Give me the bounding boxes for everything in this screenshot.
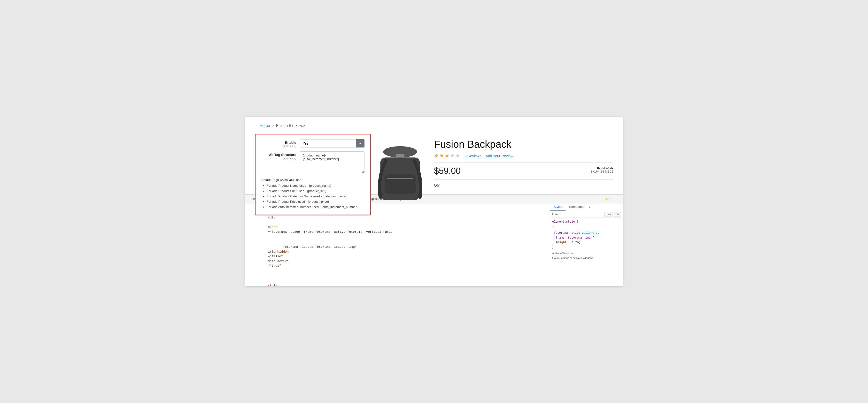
styles-tab-styles[interactable]: Styles — [550, 204, 565, 211]
code-attr: style — [268, 284, 277, 286]
devtools-warning-badge: ⚠ 1 — [603, 197, 613, 201]
windows-activate-text: Activate WindowsGo to Settings to activa… — [552, 252, 594, 259]
product-image — [361, 141, 439, 214]
default-tags-list: For add Product Name used - {product_nam… — [261, 183, 365, 210]
sku-info: SKU#: 24-MB02 — [590, 170, 613, 174]
add-review-link[interactable]: Add Your Review — [486, 154, 513, 158]
code-text: ="false" — [268, 254, 285, 258]
breadcrumb-separator: > — [272, 124, 274, 128]
main-container: Home > Fusion Backpack Enable [store vie… — [245, 117, 623, 286]
code-text: ="true" — [268, 264, 281, 268]
style-brace-open-2: { — [592, 236, 594, 240]
style-block-fotorama: .fotorama__stage gallery.cs __frame .fot… — [552, 231, 621, 249]
style-block-element: element.style { } — [552, 220, 621, 229]
tag-item-0: For add Product Name used - {product_nam… — [267, 183, 365, 188]
product-price: $59.00 — [434, 166, 613, 176]
styles-filter-row: :hov .cls — [550, 211, 623, 218]
devtools-content: <div class ="fotorama__stage__frame foto… — [245, 204, 623, 286]
fotorama-selector: .fotorama__stage — [552, 231, 582, 235]
code-attr: class — [268, 225, 277, 229]
tag-item-3: For add Product Price used - {product_pr… — [267, 199, 365, 205]
star-5: ★ — [455, 153, 460, 159]
star-4: ★ — [450, 153, 455, 159]
breadcrumb-current: Fusion Backpack — [276, 124, 306, 128]
sku-value: 24-MB02 — [600, 170, 613, 174]
alt-tag-label: Alt Tag Structure [store view] — [261, 151, 300, 160]
styles-tab-more[interactable]: » — [587, 204, 593, 211]
hov-button[interactable]: :hov — [604, 212, 613, 217]
enable-select-wrap: Yes No ▼ — [300, 139, 365, 148]
product-meta: ★ ★ ★ ★ ★ 3 Reviews Add Your Review — [434, 153, 613, 159]
hov-cls-buttons: :hov .cls — [604, 212, 621, 217]
code-text: fotorama__loaded fotorama__loaded--img" — [268, 245, 359, 249]
alt-tag-textarea[interactable]: {product_name}-{auto_increment_number} — [300, 151, 365, 173]
warning-count: 1 — [609, 197, 611, 201]
product-info-panel: Fusion Backpack ★ ★ ★ ★ ★ 3 Reviews Add … — [434, 134, 613, 187]
star-2: ★ — [439, 153, 444, 159]
enable-select[interactable]: Yes No — [300, 139, 365, 148]
styles-panel-tabs: Styles Computed » — [550, 204, 623, 211]
config-panel: Enable [store view] Yes No ▼ Alt T — [255, 134, 371, 215]
default-tags-section: Default Tags which you used For add Prod… — [261, 178, 365, 210]
breadcrumb-home[interactable]: Home — [259, 124, 270, 128]
star-3: ★ — [445, 153, 450, 159]
style-brace-close-2: } — [552, 245, 554, 249]
style-colon: : — [568, 241, 571, 244]
qty-label: Qty — [434, 183, 613, 187]
html-code-panel: <div class ="fotorama__stage__frame foto… — [245, 204, 550, 286]
code-attr: aria-hidden — [268, 250, 289, 254]
stock-sku-block: IN STOCK SKU#: 24-MB02 — [590, 166, 613, 174]
product-image-placeholder — [361, 141, 439, 214]
styles-content: element.style { } .fotorama__stage galle… — [550, 218, 623, 265]
styles-filter-input[interactable] — [552, 213, 602, 216]
code-line-2: fotorama__loaded fotorama__loaded--img" … — [245, 240, 550, 274]
style-val-auto: auto; — [572, 241, 581, 244]
enable-control: Yes No ▼ — [300, 139, 365, 148]
style-prop-height: height — [552, 241, 566, 244]
reviews-link[interactable]: 3 Reviews — [465, 154, 481, 158]
styles-tab-computed[interactable]: Computed — [565, 204, 587, 211]
styles-panel: Styles Computed » :hov .cls element.styl… — [550, 204, 623, 286]
style-brace-close: } — [552, 225, 554, 228]
breadcrumb: Home > Fusion Backpack — [245, 117, 623, 132]
code-text: ="fotorama__stage__frame fotorama__activ… — [268, 230, 393, 234]
windows-activate-block: Activate WindowsGo to Settings to activa… — [552, 251, 621, 260]
devtools-more-button[interactable]: ⋮ — [613, 196, 621, 202]
default-tags-title: Default Tags which you used — [261, 178, 365, 182]
fotorama-sub-selector: __frame .fotorama__img — [552, 236, 590, 240]
tag-item-1: For add Product SKU used - {product_sku} — [267, 188, 365, 194]
product-title: Fusion Backpack — [434, 138, 613, 150]
tag-item-4: For add Auto increment number used - {au… — [267, 205, 365, 210]
code-line-3: style ="left: 0px;" href =" http://demo.… — [245, 273, 550, 286]
enable-row: Enable [store view] Yes No ▼ — [261, 139, 365, 148]
code-attr: data-active — [268, 259, 289, 263]
backpack-svg-image — [371, 144, 429, 211]
style-brace-open: { — [577, 220, 578, 223]
enable-label: Enable [store view] — [261, 139, 300, 148]
warning-icon: ⚠ — [605, 197, 608, 201]
code-text — [268, 279, 283, 283]
alt-tag-control: {product_name}-{auto_increment_number} — [300, 151, 365, 174]
sku-label: SKU#: — [590, 170, 600, 174]
cls-button[interactable]: .cls — [614, 212, 621, 217]
config-box: Enable [store view] Yes No ▼ Alt T — [255, 134, 371, 215]
code-text — [268, 221, 270, 224]
gallery-link[interactable]: gallery.cs — [582, 231, 599, 235]
alt-tag-row: Alt Tag Structure [store view] {product_… — [261, 151, 365, 174]
in-stock-badge: IN STOCK — [590, 166, 613, 170]
svg-rect-4 — [396, 154, 404, 157]
code-tag: <div — [268, 216, 275, 219]
price-stock-row: $59.00 IN STOCK SKU#: 24-MB02 — [434, 166, 613, 176]
tag-item-2: For add Product Category Name used - {ca… — [267, 194, 365, 199]
svg-rect-2 — [384, 175, 415, 194]
style-selector: element.style — [552, 220, 575, 223]
